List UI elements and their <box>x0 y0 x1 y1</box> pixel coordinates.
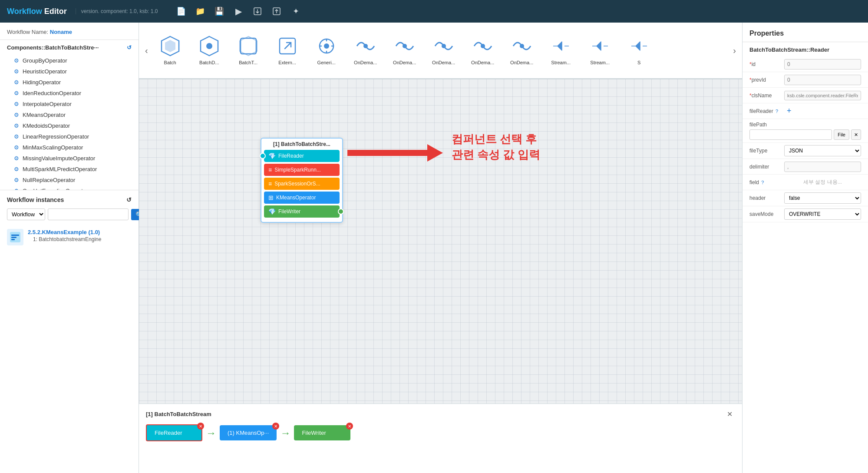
component-item-groupbyoperator[interactable]: ⚙GroupByOperator <box>0 55 139 66</box>
toolbar-component-icon-extern <box>276 35 299 57</box>
workflow-strip-nodes: FileReader ✕ → (1) KMeansOp··· ✕ → FileW… <box>146 424 735 441</box>
toolbar-component-extern[interactable]: Extern... <box>268 26 307 74</box>
port-right-filewriter <box>338 208 344 215</box>
canvas-node-simplespark[interactable]: ≡ SimpleSparkRunn... <box>264 164 340 176</box>
toolbar-component-batch[interactable]: Batch <box>151 26 190 74</box>
prop-label-filepath: filePath <box>749 122 784 128</box>
toolbar-component-generi[interactable]: Generi... <box>307 26 346 74</box>
workflow-strip-close-button[interactable]: ✕ <box>724 409 735 419</box>
component-item-kmeansoperator[interactable]: ⚙KMeansOperator <box>0 109 139 120</box>
right-panel: Properties BatchToBatchStream::Reader *i… <box>742 23 868 473</box>
strip-node-filewriter-close[interactable]: ✕ <box>346 423 353 430</box>
component-item-heuristicoperator[interactable]: ⚙HeuristicOperator <box>0 66 139 77</box>
prop-row-previd: *prevId <box>743 72 868 88</box>
filereader-help-icon[interactable]: ? <box>776 109 778 114</box>
toolbar-component-ondema2[interactable]: OnDema... <box>385 26 424 74</box>
svg-point-19 <box>520 44 524 48</box>
toolbar-component-label-stream1: Stream... <box>551 60 571 66</box>
toolbar-component-label-batcht: BatchT... <box>239 60 257 66</box>
export-button[interactable] <box>250 3 265 19</box>
prop-input-id[interactable] <box>784 59 861 69</box>
strip-node-kmeans[interactable]: (1) KMeansOp··· ✕ <box>220 425 277 440</box>
strip-node-filewriter[interactable]: FileWriter ✕ <box>294 425 350 440</box>
strip-node-filereader-close[interactable]: ✕ <box>197 423 204 430</box>
canvas-node-kmeans[interactable]: ⊞ KMeansOperator <box>264 192 340 204</box>
logo-workflow: Workflow <box>7 7 42 16</box>
prop-row-id: *id <box>743 56 868 72</box>
svg-marker-11 <box>240 36 257 56</box>
components-refresh-icon[interactable]: ↺ <box>127 44 132 51</box>
toolbar-component-ondema5[interactable]: OnDema... <box>502 26 541 74</box>
toolbar-component-ondema1[interactable]: OnDema... <box>346 26 385 74</box>
svg-rect-4 <box>11 237 17 238</box>
component-item-onehotencodingoperator[interactable]: ⚙OneHotEncodingOperator <box>0 185 139 190</box>
toolbar-component-batchd[interactable]: BatchD... <box>190 26 229 74</box>
canvas-node-filewriter[interactable]: 💎 FileWriter <box>264 205 340 218</box>
component-item-missingvalueimputeoperator[interactable]: ⚙MissingValueImputeOperator <box>0 153 139 164</box>
component-item-multisparkmlpredictoperator[interactable]: ⚙MultiSparkMLPredictOperator <box>0 164 139 175</box>
toolbar-component-stream2[interactable]: Stream... <box>581 26 620 74</box>
component-item-minmaxscalingoperator[interactable]: ⚙MinMaxScalingOperator <box>0 142 139 153</box>
settings-button[interactable]: ✦ <box>288 3 304 19</box>
header: Workflow Editor version. component: 1.0,… <box>0 0 868 23</box>
save-button[interactable]: 💾 <box>211 3 227 19</box>
component-item-linearregressionoperator[interactable]: ⚙LinearRegressionOperator <box>0 131 139 142</box>
component-item-nullreplaceoperator[interactable]: ⚙NullReplaceOperator <box>0 175 139 185</box>
open-button[interactable]: 📁 <box>192 3 208 19</box>
canvas-node-filereader[interactable]: 💎 FileReader <box>264 150 340 162</box>
strip-node-filereader[interactable]: FileReader ✕ <box>146 424 202 441</box>
prop-input-delimiter[interactable] <box>784 162 861 172</box>
prop-select-filetype[interactable]: JSON CSV Parquet <box>784 145 861 156</box>
filepath-clear-button[interactable]: ✕ <box>851 129 861 140</box>
prop-input-previd[interactable] <box>784 75 861 85</box>
toolbar-component-ondema4[interactable]: OnDema... <box>463 26 502 74</box>
prop-label-field: field ? <box>749 179 784 185</box>
toolbar-component-ondema3[interactable]: OnDema... <box>424 26 463 74</box>
toolbar-prev-button[interactable]: ‹ <box>142 23 151 78</box>
toolbar-component-icon-ondema1 <box>354 35 377 57</box>
prop-select-savemode[interactable]: OVERWRITE APPEND IGNORE <box>784 208 861 220</box>
workflow-strip-title: [1] BatchToBatchStream <box>146 411 211 417</box>
toolbar-next-button[interactable]: › <box>730 23 739 78</box>
instance-icon <box>7 229 23 245</box>
toolbar-component-stream3[interactable]: S <box>620 26 659 74</box>
component-item-interpolateoperator[interactable]: ⚙InterpolateOperator <box>0 99 139 109</box>
toolbar-component-batcht[interactable]: BatchT... <box>229 26 268 74</box>
field-help-icon[interactable]: ? <box>761 180 764 185</box>
prop-input-clsname[interactable] <box>784 91 861 100</box>
canvas[interactable]: [1] BatchToBatchStre... 💎 FileReader ≡ S… <box>139 79 742 404</box>
component-cog-icon: ⚙ <box>14 155 19 162</box>
filereader-plus-icon[interactable]: + <box>787 106 792 116</box>
canvas-node-sparksession[interactable]: ≡ SparkSessionOrS... <box>264 178 340 190</box>
component-cog-icon: ⚙ <box>14 188 19 190</box>
toolbar-component-stream1[interactable]: Stream... <box>541 26 581 74</box>
workflow-instances-section: Workflow instances ↺ Workflow 🔍 <box>0 190 139 473</box>
svg-point-14 <box>324 43 329 49</box>
run-button[interactable]: ▶ <box>231 3 246 19</box>
toolbar-component-label-extern: Extern... <box>278 60 296 66</box>
svg-point-16 <box>403 44 407 48</box>
filepath-file-button[interactable]: File <box>834 129 849 140</box>
component-cog-icon: ⚙ <box>14 133 19 140</box>
instance-details: 2.5.2.KMeansExample (1.0) 1: Batchtobatc… <box>28 229 132 242</box>
main-layout: Workflow Name: Noname Components::BatchT… <box>0 23 868 473</box>
toolbar-component-label-batch: Batch <box>164 60 176 66</box>
filepath-input[interactable] <box>749 129 832 140</box>
component-item-kmedoidsoperator[interactable]: ⚙KMedoidsOperator <box>0 120 139 131</box>
instances-search-input[interactable] <box>48 208 129 220</box>
svg-point-18 <box>481 44 485 48</box>
prop-row-filepath: filePath File ✕ <box>743 119 868 143</box>
canvas-arrow <box>347 146 443 159</box>
instances-filter-select[interactable]: Workflow <box>7 208 45 220</box>
new-button[interactable]: 📄 <box>173 3 189 19</box>
prop-select-header[interactable]: false true <box>784 192 861 204</box>
component-item-hidingoperator[interactable]: ⚙HidingOperator <box>0 77 139 88</box>
prop-row-filetype: fileType JSON CSV Parquet <box>743 143 868 159</box>
prop-label-id: *id <box>749 61 784 67</box>
component-item-idenreductionoperator[interactable]: ⚙IdenReductionOperator <box>0 88 139 99</box>
prop-row-savemode: saveMode OVERWRITE APPEND IGNORE <box>743 206 868 222</box>
instances-refresh-icon[interactable]: ↺ <box>126 196 132 203</box>
strip-arrow-1: → <box>202 427 220 439</box>
import-button[interactable] <box>269 3 284 19</box>
properties-header: Properties <box>743 23 868 42</box>
